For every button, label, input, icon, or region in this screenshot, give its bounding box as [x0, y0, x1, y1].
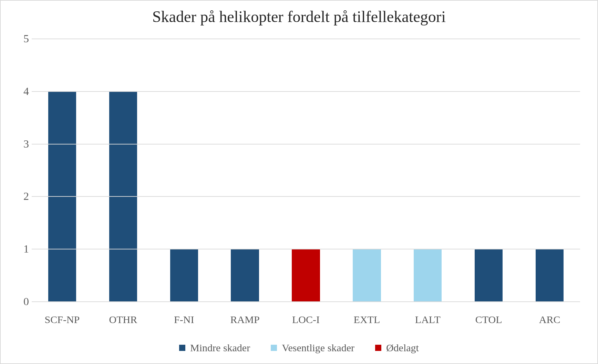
bar: [475, 249, 503, 301]
category-slot: [519, 39, 580, 301]
category-slot: [397, 39, 458, 301]
y-tick-label: 4: [12, 85, 29, 97]
plot-area: 012345: [32, 39, 580, 301]
legend-swatch: [375, 345, 381, 351]
y-tick-label: 5: [12, 32, 29, 45]
chart-container: Skader på helikopter fordelt på tilfelle…: [0, 0, 598, 364]
gridline: [32, 91, 580, 92]
gridline: [32, 249, 580, 249]
y-tick-label: 2: [12, 190, 29, 203]
category-slot: [336, 39, 397, 301]
bar: [292, 249, 320, 301]
category-slot: [154, 39, 215, 301]
legend-label: Mindre skader: [190, 342, 250, 354]
x-tick-label: RAMP: [215, 314, 276, 325]
y-tick-label: 0: [12, 295, 29, 308]
category-slot: [458, 39, 519, 301]
gridline: [32, 196, 580, 197]
x-tick-label: SCF-NP: [32, 314, 93, 325]
x-tick-label: CTOL: [458, 314, 519, 325]
legend-item: Mindre skader: [179, 342, 250, 354]
legend-swatch: [179, 345, 185, 351]
category-slot: [32, 39, 93, 301]
x-tick-label: EXTL: [336, 314, 397, 325]
category-slot: [93, 39, 154, 301]
legend-label: Vesentlige skader: [282, 342, 354, 354]
x-tick-label: OTHR: [93, 314, 154, 325]
x-tick-label: ARC: [519, 314, 580, 325]
category-slot: [215, 39, 276, 301]
legend-item: Ødelagt: [375, 342, 419, 354]
gridline: [32, 144, 580, 144]
category-slot: [276, 39, 337, 301]
bar: [231, 249, 259, 301]
bar: [170, 249, 198, 301]
x-axis-labels: SCF-NPOTHRF-NIRAMPLOC-IEXTLLALTCTOLARC: [32, 314, 580, 325]
bars-row: [32, 39, 580, 301]
legend: Mindre skaderVesentlige skaderØdelagt: [1, 342, 597, 354]
x-tick-label: LALT: [397, 314, 458, 325]
gridline: [32, 39, 580, 39]
legend-label: Ødelagt: [386, 342, 419, 354]
y-tick-label: 3: [12, 137, 29, 150]
bar: [536, 249, 564, 301]
x-tick-label: F-NI: [154, 314, 215, 325]
chart-title: Skader på helikopter fordelt på tilfelle…: [1, 1, 597, 29]
legend-swatch: [271, 345, 277, 351]
bar: [414, 249, 442, 301]
bar: [353, 249, 381, 301]
gridline: [32, 301, 580, 302]
legend-item: Vesentlige skader: [271, 342, 354, 354]
y-tick-label: 1: [12, 243, 29, 255]
x-tick-label: LOC-I: [276, 314, 337, 325]
